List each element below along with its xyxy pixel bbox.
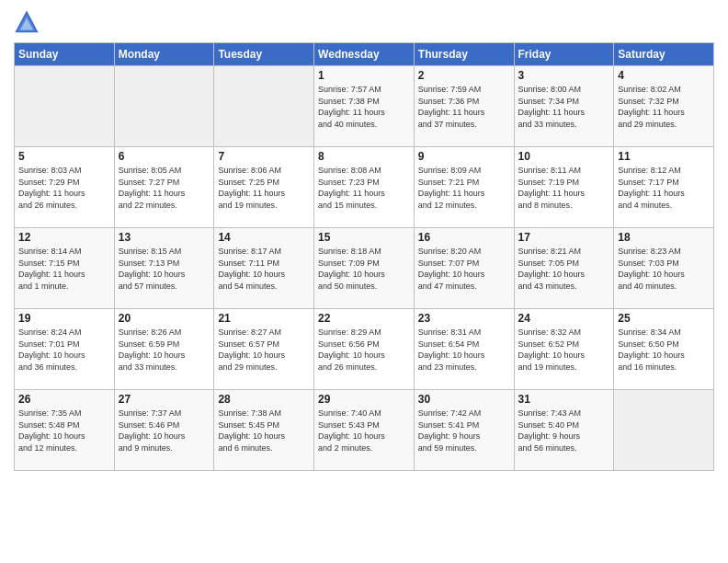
calendar-cell: 19Sunrise: 8:24 AM Sunset: 7:01 PM Dayli…: [15, 309, 115, 390]
day-number: 28: [218, 393, 310, 406]
day-number: 7: [218, 150, 310, 163]
day-number: 30: [418, 393, 510, 406]
calendar-cell: 23Sunrise: 8:31 AM Sunset: 6:54 PM Dayli…: [414, 309, 514, 390]
day-info: Sunrise: 8:11 AM Sunset: 7:19 PM Dayligh…: [518, 165, 610, 211]
calendar-cell: 3Sunrise: 8:00 AM Sunset: 7:34 PM Daylig…: [514, 66, 614, 147]
weekday-header: Sunday: [15, 43, 115, 66]
day-number: 10: [518, 150, 610, 163]
day-info: Sunrise: 7:57 AM Sunset: 7:38 PM Dayligh…: [318, 84, 410, 130]
day-number: 26: [18, 393, 110, 406]
calendar-cell: [114, 66, 214, 147]
day-number: 21: [218, 312, 310, 325]
day-info: Sunrise: 8:02 AM Sunset: 7:32 PM Dayligh…: [618, 84, 710, 130]
day-number: 18: [618, 231, 710, 244]
calendar-cell: 24Sunrise: 8:32 AM Sunset: 6:52 PM Dayli…: [514, 309, 614, 390]
weekday-header: Monday: [114, 43, 214, 66]
day-number: 1: [318, 69, 410, 82]
day-number: 17: [518, 231, 610, 244]
day-number: 3: [518, 69, 610, 82]
calendar-cell: [614, 390, 714, 471]
day-info: Sunrise: 7:38 AM Sunset: 5:45 PM Dayligh…: [218, 408, 310, 454]
day-info: Sunrise: 7:59 AM Sunset: 7:36 PM Dayligh…: [418, 84, 510, 130]
day-number: 16: [418, 231, 510, 244]
logo: [14, 9, 41, 35]
day-info: Sunrise: 7:40 AM Sunset: 5:43 PM Dayligh…: [318, 408, 410, 454]
calendar-cell: 27Sunrise: 7:37 AM Sunset: 5:46 PM Dayli…: [114, 390, 214, 471]
calendar-cell: 7Sunrise: 8:06 AM Sunset: 7:25 PM Daylig…: [214, 147, 314, 228]
day-info: Sunrise: 8:34 AM Sunset: 6:50 PM Dayligh…: [618, 327, 710, 373]
calendar-cell: 20Sunrise: 8:26 AM Sunset: 6:59 PM Dayli…: [114, 309, 214, 390]
day-number: 27: [119, 393, 210, 406]
calendar-cell: 11Sunrise: 8:12 AM Sunset: 7:17 PM Dayli…: [614, 147, 714, 228]
calendar-cell: 10Sunrise: 8:11 AM Sunset: 7:19 PM Dayli…: [514, 147, 614, 228]
calendar-cell: 8Sunrise: 8:08 AM Sunset: 7:23 PM Daylig…: [314, 147, 415, 228]
day-number: 23: [418, 312, 510, 325]
day-info: Sunrise: 8:21 AM Sunset: 7:05 PM Dayligh…: [518, 246, 610, 292]
day-info: Sunrise: 8:29 AM Sunset: 6:56 PM Dayligh…: [318, 327, 410, 373]
day-number: 14: [218, 231, 310, 244]
day-info: Sunrise: 7:42 AM Sunset: 5:41 PM Dayligh…: [418, 408, 510, 454]
calendar-cell: 4Sunrise: 8:02 AM Sunset: 7:32 PM Daylig…: [614, 66, 714, 147]
calendar-cell: 18Sunrise: 8:23 AM Sunset: 7:03 PM Dayli…: [614, 228, 714, 309]
calendar-cell: [15, 66, 115, 147]
header: [14, 9, 714, 35]
day-info: Sunrise: 8:23 AM Sunset: 7:03 PM Dayligh…: [618, 246, 710, 292]
calendar-table: SundayMondayTuesdayWednesdayThursdayFrid…: [14, 42, 714, 471]
day-number: 11: [618, 150, 710, 163]
day-number: 4: [618, 69, 710, 82]
day-info: Sunrise: 7:37 AM Sunset: 5:46 PM Dayligh…: [119, 408, 210, 454]
day-number: 15: [318, 231, 410, 244]
calendar-cell: 13Sunrise: 8:15 AM Sunset: 7:13 PM Dayli…: [114, 228, 214, 309]
day-number: 25: [618, 312, 710, 325]
day-info: Sunrise: 8:20 AM Sunset: 7:07 PM Dayligh…: [418, 246, 510, 292]
day-number: 9: [418, 150, 510, 163]
day-number: 5: [18, 150, 110, 163]
calendar-cell: 2Sunrise: 7:59 AM Sunset: 7:36 PM Daylig…: [414, 66, 514, 147]
calendar-cell: 17Sunrise: 8:21 AM Sunset: 7:05 PM Dayli…: [514, 228, 614, 309]
day-info: Sunrise: 8:26 AM Sunset: 6:59 PM Dayligh…: [119, 327, 210, 373]
day-info: Sunrise: 8:05 AM Sunset: 7:27 PM Dayligh…: [119, 165, 210, 211]
day-info: Sunrise: 8:31 AM Sunset: 6:54 PM Dayligh…: [418, 327, 510, 373]
day-info: Sunrise: 8:24 AM Sunset: 7:01 PM Dayligh…: [18, 327, 110, 373]
day-number: 19: [18, 312, 110, 325]
day-info: Sunrise: 8:14 AM Sunset: 7:15 PM Dayligh…: [18, 246, 110, 292]
day-number: 24: [518, 312, 610, 325]
day-number: 13: [119, 231, 210, 244]
calendar-cell: 31Sunrise: 7:43 AM Sunset: 5:40 PM Dayli…: [514, 390, 614, 471]
page: SundayMondayTuesdayWednesdayThursdayFrid…: [0, 0, 728, 563]
day-info: Sunrise: 7:43 AM Sunset: 5:40 PM Dayligh…: [518, 408, 610, 454]
calendar-cell: 6Sunrise: 8:05 AM Sunset: 7:27 PM Daylig…: [114, 147, 214, 228]
day-info: Sunrise: 7:35 AM Sunset: 5:48 PM Dayligh…: [18, 408, 110, 454]
day-info: Sunrise: 8:18 AM Sunset: 7:09 PM Dayligh…: [318, 246, 410, 292]
day-info: Sunrise: 8:08 AM Sunset: 7:23 PM Dayligh…: [318, 165, 410, 211]
day-number: 2: [418, 69, 510, 82]
day-info: Sunrise: 8:06 AM Sunset: 7:25 PM Dayligh…: [218, 165, 310, 211]
day-number: 6: [119, 150, 210, 163]
weekday-header: Tuesday: [214, 43, 314, 66]
calendar-cell: 22Sunrise: 8:29 AM Sunset: 6:56 PM Dayli…: [314, 309, 415, 390]
calendar-cell: 30Sunrise: 7:42 AM Sunset: 5:41 PM Dayli…: [414, 390, 514, 471]
calendar-cell: 1Sunrise: 7:57 AM Sunset: 7:38 PM Daylig…: [314, 66, 415, 147]
day-number: 20: [119, 312, 210, 325]
calendar-cell: 9Sunrise: 8:09 AM Sunset: 7:21 PM Daylig…: [414, 147, 514, 228]
day-number: 8: [318, 150, 410, 163]
day-info: Sunrise: 8:27 AM Sunset: 6:57 PM Dayligh…: [218, 327, 310, 373]
day-info: Sunrise: 8:03 AM Sunset: 7:29 PM Dayligh…: [18, 165, 110, 211]
day-number: 12: [18, 231, 110, 244]
calendar-cell: [214, 66, 314, 147]
calendar-cell: 21Sunrise: 8:27 AM Sunset: 6:57 PM Dayli…: [214, 309, 314, 390]
day-info: Sunrise: 8:12 AM Sunset: 7:17 PM Dayligh…: [618, 165, 710, 211]
calendar-cell: 15Sunrise: 8:18 AM Sunset: 7:09 PM Dayli…: [314, 228, 415, 309]
day-info: Sunrise: 8:32 AM Sunset: 6:52 PM Dayligh…: [518, 327, 610, 373]
calendar-cell: 26Sunrise: 7:35 AM Sunset: 5:48 PM Dayli…: [15, 390, 115, 471]
day-info: Sunrise: 8:17 AM Sunset: 7:11 PM Dayligh…: [218, 246, 310, 292]
day-info: Sunrise: 8:15 AM Sunset: 7:13 PM Dayligh…: [119, 246, 210, 292]
weekday-header: Thursday: [414, 43, 514, 66]
day-info: Sunrise: 8:00 AM Sunset: 7:34 PM Dayligh…: [518, 84, 610, 130]
day-number: 22: [318, 312, 410, 325]
weekday-header: Wednesday: [314, 43, 415, 66]
logo-icon: [14, 9, 40, 35]
weekday-header: Saturday: [614, 43, 714, 66]
calendar-cell: 29Sunrise: 7:40 AM Sunset: 5:43 PM Dayli…: [314, 390, 415, 471]
calendar-cell: 5Sunrise: 8:03 AM Sunset: 7:29 PM Daylig…: [15, 147, 115, 228]
